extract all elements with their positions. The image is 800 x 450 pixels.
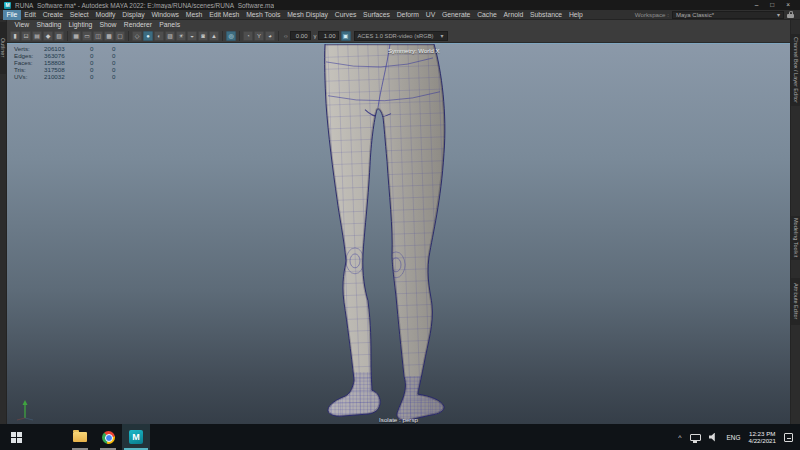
menu-mesh-display[interactable]: Mesh Display xyxy=(284,10,332,20)
camera-lock-icon[interactable]: ⊡ xyxy=(21,31,31,41)
menu-mesh-tools[interactable]: Mesh Tools xyxy=(243,10,284,20)
menu-modify[interactable]: Modify xyxy=(92,10,119,20)
menu-arnold[interactable]: Arnold xyxy=(500,10,526,20)
minimize-button[interactable]: – xyxy=(755,2,759,9)
menu-curves[interactable]: Curves xyxy=(331,10,359,20)
bookmark-icon[interactable]: ◆ xyxy=(43,31,53,41)
panel-menu-lighting[interactable]: Lighting xyxy=(65,20,96,29)
tab-outliner[interactable]: Outliner xyxy=(0,22,6,74)
hud-extra: 0 xyxy=(112,67,134,74)
tab-channel-box-layer-editor[interactable]: Channel Box / Layer Editor xyxy=(791,34,800,106)
hud-extra: 0 xyxy=(112,74,134,81)
taskbar-file-explorer-button[interactable] xyxy=(66,424,94,450)
panel-menu-renderer[interactable]: Renderer xyxy=(120,20,156,29)
textured-icon[interactable]: ▨ xyxy=(165,31,175,41)
hud-value: 210032 xyxy=(44,74,90,81)
workspace-selector: Workspace : Maya Classic* ▾ xyxy=(635,11,797,19)
smooth-shade-icon[interactable]: ● xyxy=(143,31,153,41)
start-button[interactable] xyxy=(2,424,30,450)
shadows-icon[interactable]: ◒ xyxy=(187,31,197,41)
menu-display[interactable]: Display xyxy=(119,10,148,20)
folder-icon xyxy=(73,432,87,442)
chevron-down-icon: ▾ xyxy=(777,11,780,18)
gate-mask-icon[interactable]: ▩ xyxy=(104,31,114,41)
menu-select[interactable]: Select xyxy=(66,10,92,20)
taskbar-maya-button[interactable]: M xyxy=(122,424,150,450)
toolbar-separator xyxy=(67,31,68,41)
isolate-select-icon[interactable]: ◎ xyxy=(226,31,236,41)
workspace-label: Workspace : xyxy=(635,11,669,18)
menu-substance[interactable]: Substance xyxy=(527,10,566,20)
main-menubar: File Edit Create Select Modify Display W… xyxy=(0,10,800,20)
menu-help[interactable]: Help xyxy=(566,10,587,20)
screen-space-ao-icon[interactable]: ◙ xyxy=(198,31,208,41)
x-ray-icon[interactable]: ◔ xyxy=(243,31,253,41)
tab-modeling-toolkit[interactable]: Modeling Toolkit xyxy=(791,216,800,260)
x-ray-joints-icon[interactable]: Y xyxy=(254,31,264,41)
menu-generate[interactable]: Generate xyxy=(439,10,474,20)
workspace-dropdown[interactable]: Maya Classic* ▾ xyxy=(672,11,784,19)
menu-deform[interactable]: Deform xyxy=(393,10,422,20)
hud-extra: 0 xyxy=(112,53,134,60)
right-dock-strip: Channel Box / Layer Editor Modeling Tool… xyxy=(790,20,800,424)
panel-menu-panels[interactable]: Panels xyxy=(156,20,184,29)
menu-cache[interactable]: Cache xyxy=(474,10,500,20)
menu-create[interactable]: Create xyxy=(39,10,66,20)
left-dock-strip: Outliner xyxy=(0,20,7,424)
colorspace-dropdown[interactable]: ACES 1.0 SDR-video (sRGB) ▾ xyxy=(354,31,448,41)
wireframe-icon[interactable]: ◇ xyxy=(132,31,142,41)
image-plane-icon[interactable]: ▧ xyxy=(54,31,64,41)
toolbar-separator xyxy=(278,31,279,41)
gamma-icon: γ xyxy=(314,33,317,39)
tab-attribute-editor[interactable]: Attribute Editor xyxy=(791,278,800,325)
exposure-field[interactable]: 0.00 xyxy=(290,31,311,40)
camera-attributes-icon[interactable]: ▤ xyxy=(32,31,42,41)
close-button[interactable]: × xyxy=(786,2,790,9)
viewport-3d[interactable]: Verts: 206103 0 0 Edges: 363076 0 0 Face… xyxy=(7,43,790,424)
menu-surfaces[interactable]: Surfaces xyxy=(360,10,394,20)
wireframe-on-shaded-icon[interactable]: ◐ xyxy=(154,31,164,41)
safe-action-icon[interactable]: ▢ xyxy=(115,31,125,41)
symmetry-hud-label: Symmetry: World X xyxy=(388,48,440,54)
display-icon[interactable] xyxy=(690,434,701,441)
exposure-icon: ☼ xyxy=(283,33,289,39)
resolution-gate-icon[interactable]: ◫ xyxy=(93,31,103,41)
viewport-panel: View Shading Lighting Show Renderer Pane… xyxy=(7,20,790,424)
panel-menu-shading[interactable]: Shading xyxy=(33,20,65,29)
panel-menu-show[interactable]: Show xyxy=(96,20,120,29)
model-legs-wireframe[interactable] xyxy=(7,44,790,424)
menu-file[interactable]: File xyxy=(3,10,21,20)
action-center-icon[interactable] xyxy=(784,433,793,442)
clock-time: 12:23 PM xyxy=(748,430,776,438)
camera-select-icon[interactable]: ▮ xyxy=(10,31,20,41)
taskbar-clock[interactable]: 12:23 PM 4/22/2021 xyxy=(748,430,776,445)
menu-edit[interactable]: Edit xyxy=(21,10,40,20)
workspace-lock-icon[interactable] xyxy=(787,11,794,18)
clock-date: 4/22/2021 xyxy=(748,437,776,445)
tray-expand-icon[interactable]: ^ xyxy=(678,434,681,441)
viewport-camera-label: Isolate : persp xyxy=(7,416,790,423)
use-all-lights-icon[interactable]: ☀ xyxy=(176,31,186,41)
menu-windows[interactable]: Windows xyxy=(148,10,182,20)
view-axis-gizmo xyxy=(12,397,38,421)
anti-aliasing-icon[interactable]: ▲ xyxy=(209,31,219,41)
menu-edit-mesh[interactable]: Edit Mesh xyxy=(206,10,243,20)
viewport-panel-menubar: View Shading Lighting Show Renderer Pane… xyxy=(7,20,790,29)
window-controls: – □ × xyxy=(755,2,796,9)
grid-icon[interactable]: ▦ xyxy=(71,31,81,41)
toolbar-separator xyxy=(128,31,129,41)
maximize-button[interactable]: □ xyxy=(770,2,774,9)
menu-mesh[interactable]: Mesh xyxy=(182,10,205,20)
x-ray-active-icon[interactable]: ◕ xyxy=(265,31,275,41)
gamma-field[interactable]: 1.00 xyxy=(318,31,339,40)
film-gate-icon[interactable]: ▭ xyxy=(82,31,92,41)
language-indicator[interactable]: ENG xyxy=(727,434,741,441)
volume-icon[interactable] xyxy=(709,433,719,442)
hud-sel: 0 xyxy=(90,74,112,81)
system-tray: ^ ENG 12:23 PM 4/22/2021 xyxy=(678,424,800,450)
view-transform-toggle-icon[interactable]: ▣ xyxy=(341,31,351,41)
hud-extra: 0 xyxy=(112,60,134,67)
taskbar-chrome-button[interactable] xyxy=(94,424,122,450)
panel-menu-view[interactable]: View xyxy=(11,20,33,29)
menu-uv[interactable]: UV xyxy=(422,10,438,20)
